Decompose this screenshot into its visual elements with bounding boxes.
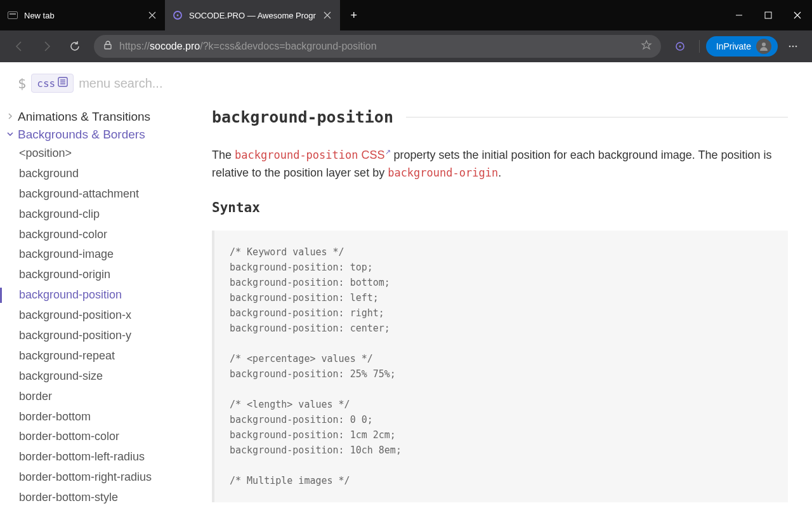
- sidebar-section[interactable]: Backgrounds & Borders: [0, 126, 199, 144]
- inprivate-badge[interactable]: InPrivate: [706, 36, 778, 57]
- lang-badge[interactable]: css: [31, 74, 74, 93]
- window-controls: [724, 0, 812, 30]
- sidebar-item[interactable]: background: [0, 164, 199, 184]
- forward-button[interactable]: [34, 34, 60, 59]
- close-window-button[interactable]: [783, 0, 812, 30]
- svg-point-7: [789, 46, 791, 48]
- sidebar-item[interactable]: background-position-y: [0, 326, 199, 346]
- chevron-down-icon: [6, 130, 15, 140]
- window-titlebar: New tab SOCODE.PRO — Awesome Progr +: [0, 0, 812, 30]
- sidebar-item[interactable]: background-size: [0, 366, 199, 387]
- chevron-right-icon: [6, 112, 15, 122]
- address-bar[interactable]: https://socode.pro/?k=css&devdocs=backgr…: [94, 35, 661, 58]
- newtab-icon: [8, 10, 18, 20]
- code-block: /* Keyword values */ background-position…: [212, 231, 788, 502]
- close-icon[interactable]: [322, 10, 332, 20]
- page-content: $ css Animations & TransitionsBackground…: [0, 62, 812, 508]
- list-icon: [58, 77, 68, 90]
- sidebar-item[interactable]: border-bottom-left-radius: [0, 447, 199, 467]
- url-text: https://socode.pro/?k=css&devdocs=backgr…: [119, 41, 634, 52]
- avatar-icon: [756, 39, 771, 54]
- sidebar[interactable]: Animations & TransitionsBackgrounds & Bo…: [0, 62, 199, 508]
- inprivate-label: InPrivate: [716, 41, 751, 51]
- sidebar-item[interactable]: <position>: [0, 144, 199, 164]
- inline-code: background-position: [235, 149, 358, 161]
- site-favicon-icon: [173, 10, 183, 20]
- settings-menu-button[interactable]: [780, 34, 806, 59]
- sidebar-item[interactable]: background-position-x: [0, 305, 199, 326]
- sidebar-item[interactable]: background-clip: [0, 204, 199, 225]
- extension-icon[interactable]: [667, 34, 693, 59]
- sidebar-section[interactable]: Animations & Transitions: [0, 108, 199, 126]
- lang-badge-text: css: [37, 77, 55, 90]
- minimize-button[interactable]: [724, 0, 754, 30]
- page-title: background-position: [212, 108, 788, 126]
- css-link[interactable]: CSS↗: [362, 149, 391, 161]
- sidebar-item[interactable]: background-color: [0, 225, 199, 245]
- favorite-icon[interactable]: [641, 39, 652, 53]
- inline-code: background-origin: [388, 166, 498, 179]
- browser-toolbar: https://socode.pro/?k=css&devdocs=backgr…: [0, 30, 812, 62]
- sidebar-item[interactable]: border-bottom: [0, 407, 199, 427]
- svg-point-1: [177, 15, 179, 17]
- browser-tab-active[interactable]: SOCODE.PRO — Awesome Progr: [165, 0, 340, 30]
- svg-rect-3: [105, 44, 111, 49]
- browser-tab-inactive[interactable]: New tab: [0, 0, 165, 30]
- svg-point-6: [762, 43, 766, 46]
- sidebar-item[interactable]: border-bottom-right-radius: [0, 467, 199, 488]
- svg-point-9: [796, 46, 797, 48]
- sidebar-item[interactable]: border-bottom-style: [0, 488, 199, 508]
- sidebar-item[interactable]: background-attachment: [0, 184, 199, 204]
- svg-rect-2: [765, 12, 771, 18]
- sidebar-section-title: Animations & Transitions: [18, 110, 150, 124]
- sidebar-item[interactable]: background-origin: [0, 265, 199, 285]
- main-article[interactable]: background-position The background-posit…: [199, 62, 812, 508]
- new-tab-button[interactable]: +: [340, 0, 368, 30]
- tab-title: New tab: [24, 11, 141, 20]
- tab-title: SOCODE.PRO — Awesome Progr: [189, 11, 316, 20]
- svg-point-5: [679, 46, 681, 48]
- refresh-button[interactable]: [62, 34, 88, 59]
- lock-icon: [103, 40, 113, 53]
- intro-paragraph: The background-position CSS↗ property se…: [212, 147, 788, 182]
- sidebar-section-title: Backgrounds & Borders: [18, 128, 145, 142]
- sidebar-item[interactable]: background-repeat: [0, 346, 199, 366]
- svg-point-8: [792, 46, 794, 48]
- sidebar-item[interactable]: border-bottom-color: [0, 427, 199, 447]
- search-header: $ css: [0, 62, 812, 104]
- sidebar-item[interactable]: border: [0, 387, 199, 407]
- separator: [699, 40, 700, 53]
- external-link-icon: ↗: [385, 148, 391, 156]
- syntax-heading: Syntax: [212, 200, 788, 215]
- sidebar-item[interactable]: background-position: [0, 285, 199, 305]
- sidebar-item[interactable]: background-image: [0, 244, 199, 265]
- back-button[interactable]: [6, 34, 32, 59]
- search-input[interactable]: [79, 76, 794, 91]
- close-icon[interactable]: [147, 10, 157, 20]
- prompt-icon: $: [18, 76, 26, 91]
- maximize-button[interactable]: [754, 0, 783, 30]
